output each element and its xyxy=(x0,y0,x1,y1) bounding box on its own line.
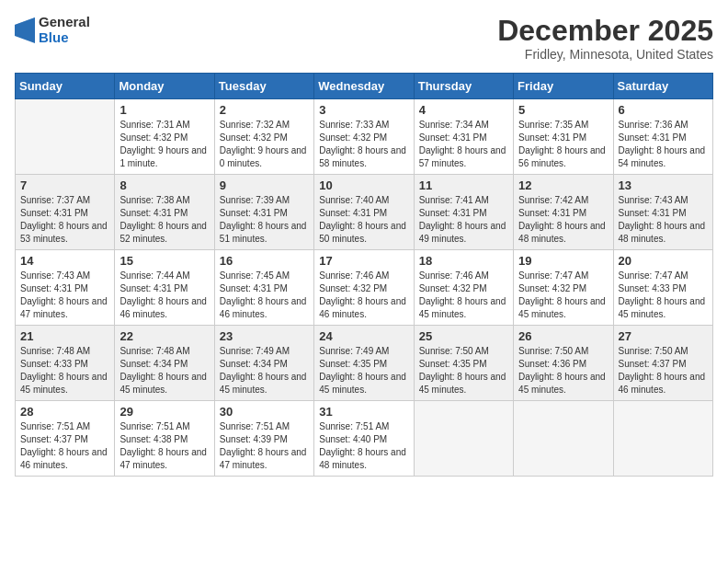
day-info: Sunrise: 7:47 AMSunset: 4:32 PMDaylight:… xyxy=(518,270,608,321)
calendar-cell: 18Sunrise: 7:46 AMSunset: 4:32 PMDayligh… xyxy=(414,250,513,326)
calendar-cell: 27Sunrise: 7:50 AMSunset: 4:37 PMDayligh… xyxy=(613,326,712,401)
header-wednesday: Wednesday xyxy=(314,74,414,99)
calendar-week-row: 21Sunrise: 7:48 AMSunset: 4:33 PMDayligh… xyxy=(16,326,713,401)
calendar-cell: 13Sunrise: 7:43 AMSunset: 4:31 PMDayligh… xyxy=(613,175,712,250)
month-title: December 2025 xyxy=(497,15,713,47)
day-info: Sunrise: 7:31 AMSunset: 4:32 PMDaylight:… xyxy=(119,119,209,170)
calendar-cell: 14Sunrise: 7:43 AMSunset: 4:31 PMDayligh… xyxy=(16,250,115,326)
header-friday: Friday xyxy=(514,74,613,99)
day-number: 12 xyxy=(518,178,608,192)
day-info: Sunrise: 7:33 AMSunset: 4:32 PMDaylight:… xyxy=(319,119,408,170)
calendar-cell: 7Sunrise: 7:37 AMSunset: 4:31 PMDaylight… xyxy=(16,175,115,250)
header-monday: Monday xyxy=(115,74,214,99)
day-info: Sunrise: 7:47 AMSunset: 4:33 PMDaylight:… xyxy=(619,270,708,321)
header-sunday: Sunday xyxy=(16,74,115,99)
day-info: Sunrise: 7:35 AMSunset: 4:31 PMDaylight:… xyxy=(518,119,608,170)
logo-general-text: General xyxy=(39,15,90,30)
calendar-cell: 23Sunrise: 7:49 AMSunset: 4:34 PMDayligh… xyxy=(214,326,313,401)
day-info: Sunrise: 7:49 AMSunset: 4:35 PMDaylight:… xyxy=(319,345,408,396)
header-tuesday: Tuesday xyxy=(214,74,313,99)
day-number: 7 xyxy=(20,178,109,192)
calendar-cell: 11Sunrise: 7:41 AMSunset: 4:31 PMDayligh… xyxy=(414,175,513,250)
day-info: Sunrise: 7:50 AMSunset: 4:37 PMDaylight:… xyxy=(619,345,708,396)
calendar-cell: 2Sunrise: 7:32 AMSunset: 4:32 PMDaylight… xyxy=(214,99,313,175)
calendar-cell: 31Sunrise: 7:51 AMSunset: 4:40 PMDayligh… xyxy=(314,401,414,477)
day-info: Sunrise: 7:51 AMSunset: 4:37 PMDaylight:… xyxy=(20,420,109,472)
calendar-cell: 28Sunrise: 7:51 AMSunset: 4:37 PMDayligh… xyxy=(16,401,115,477)
calendar-cell: 10Sunrise: 7:40 AMSunset: 4:31 PMDayligh… xyxy=(314,175,414,250)
day-number: 21 xyxy=(20,329,109,343)
day-number: 5 xyxy=(518,103,608,117)
calendar-cell: 17Sunrise: 7:46 AMSunset: 4:32 PMDayligh… xyxy=(314,250,414,326)
day-info: Sunrise: 7:44 AMSunset: 4:31 PMDaylight:… xyxy=(119,270,209,321)
day-info: Sunrise: 7:51 AMSunset: 4:40 PMDaylight:… xyxy=(319,420,408,472)
day-info: Sunrise: 7:51 AMSunset: 4:39 PMDaylight:… xyxy=(220,420,309,472)
calendar-header-row: SundayMondayTuesdayWednesdayThursdayFrid… xyxy=(16,74,713,99)
calendar-cell: 4Sunrise: 7:34 AMSunset: 4:31 PMDaylight… xyxy=(414,99,513,175)
day-number: 2 xyxy=(220,103,309,117)
calendar-cell: 3Sunrise: 7:33 AMSunset: 4:32 PMDaylight… xyxy=(314,99,414,175)
svg-marker-1 xyxy=(15,17,35,30)
calendar-cell: 19Sunrise: 7:47 AMSunset: 4:32 PMDayligh… xyxy=(514,250,613,326)
calendar: SundayMondayTuesdayWednesdayThursdayFrid… xyxy=(15,73,713,477)
logo: General Blue xyxy=(15,15,90,45)
calendar-cell xyxy=(514,401,613,477)
day-number: 14 xyxy=(20,254,109,268)
day-info: Sunrise: 7:42 AMSunset: 4:31 PMDaylight:… xyxy=(518,194,608,246)
day-info: Sunrise: 7:32 AMSunset: 4:32 PMDaylight:… xyxy=(220,119,309,170)
day-number: 11 xyxy=(419,178,508,192)
day-info: Sunrise: 7:46 AMSunset: 4:32 PMDaylight:… xyxy=(319,270,408,321)
calendar-cell: 16Sunrise: 7:45 AMSunset: 4:31 PMDayligh… xyxy=(214,250,313,326)
calendar-cell: 15Sunrise: 7:44 AMSunset: 4:31 PMDayligh… xyxy=(115,250,214,326)
calendar-cell: 22Sunrise: 7:48 AMSunset: 4:34 PMDayligh… xyxy=(115,326,214,401)
day-info: Sunrise: 7:50 AMSunset: 4:36 PMDaylight:… xyxy=(518,345,608,396)
logo-icon xyxy=(15,17,35,43)
day-info: Sunrise: 7:38 AMSunset: 4:31 PMDaylight:… xyxy=(119,194,209,246)
day-number: 4 xyxy=(419,103,508,117)
calendar-week-row: 1Sunrise: 7:31 AMSunset: 4:32 PMDaylight… xyxy=(16,99,713,175)
day-info: Sunrise: 7:43 AMSunset: 4:31 PMDaylight:… xyxy=(20,270,109,321)
day-info: Sunrise: 7:37 AMSunset: 4:31 PMDaylight:… xyxy=(20,194,109,246)
calendar-cell: 25Sunrise: 7:50 AMSunset: 4:35 PMDayligh… xyxy=(414,326,513,401)
day-number: 3 xyxy=(319,103,408,117)
day-number: 27 xyxy=(619,329,708,343)
day-number: 10 xyxy=(319,178,408,192)
day-number: 8 xyxy=(119,178,209,192)
day-number: 15 xyxy=(119,254,209,268)
day-number: 31 xyxy=(319,405,408,419)
day-number: 29 xyxy=(119,405,209,419)
day-number: 26 xyxy=(518,329,608,343)
calendar-week-row: 28Sunrise: 7:51 AMSunset: 4:37 PMDayligh… xyxy=(16,401,713,477)
calendar-cell: 30Sunrise: 7:51 AMSunset: 4:39 PMDayligh… xyxy=(214,401,313,477)
calendar-cell: 26Sunrise: 7:50 AMSunset: 4:36 PMDayligh… xyxy=(514,326,613,401)
calendar-week-row: 14Sunrise: 7:43 AMSunset: 4:31 PMDayligh… xyxy=(16,250,713,326)
day-number: 16 xyxy=(220,254,309,268)
logo-text: General Blue xyxy=(39,15,90,45)
day-number: 13 xyxy=(619,178,708,192)
calendar-week-row: 7Sunrise: 7:37 AMSunset: 4:31 PMDaylight… xyxy=(16,175,713,250)
calendar-cell: 1Sunrise: 7:31 AMSunset: 4:32 PMDaylight… xyxy=(115,99,214,175)
calendar-cell: 8Sunrise: 7:38 AMSunset: 4:31 PMDaylight… xyxy=(115,175,214,250)
location: Fridley, Minnesota, United States xyxy=(497,47,713,62)
day-number: 17 xyxy=(319,254,408,268)
header-thursday: Thursday xyxy=(414,74,513,99)
calendar-cell: 6Sunrise: 7:36 AMSunset: 4:31 PMDaylight… xyxy=(613,99,712,175)
calendar-cell: 29Sunrise: 7:51 AMSunset: 4:38 PMDayligh… xyxy=(115,401,214,477)
day-info: Sunrise: 7:41 AMSunset: 4:31 PMDaylight:… xyxy=(419,194,508,246)
day-info: Sunrise: 7:49 AMSunset: 4:34 PMDaylight:… xyxy=(220,345,309,396)
day-info: Sunrise: 7:48 AMSunset: 4:33 PMDaylight:… xyxy=(20,345,109,396)
day-number: 9 xyxy=(220,178,309,192)
day-number: 24 xyxy=(319,329,408,343)
day-info: Sunrise: 7:34 AMSunset: 4:31 PMDaylight:… xyxy=(419,119,508,170)
day-info: Sunrise: 7:48 AMSunset: 4:34 PMDaylight:… xyxy=(119,345,209,396)
calendar-cell xyxy=(613,401,712,477)
calendar-cell: 24Sunrise: 7:49 AMSunset: 4:35 PMDayligh… xyxy=(314,326,414,401)
day-info: Sunrise: 7:39 AMSunset: 4:31 PMDaylight:… xyxy=(220,194,309,246)
page-header: General Blue December 2025 Fridley, Minn… xyxy=(15,15,713,62)
day-info: Sunrise: 7:45 AMSunset: 4:31 PMDaylight:… xyxy=(220,270,309,321)
day-info: Sunrise: 7:46 AMSunset: 4:32 PMDaylight:… xyxy=(419,270,508,321)
day-info: Sunrise: 7:43 AMSunset: 4:31 PMDaylight:… xyxy=(619,194,708,246)
calendar-cell: 5Sunrise: 7:35 AMSunset: 4:31 PMDaylight… xyxy=(514,99,613,175)
logo-blue-text: Blue xyxy=(39,30,90,46)
calendar-cell: 9Sunrise: 7:39 AMSunset: 4:31 PMDaylight… xyxy=(214,175,313,250)
